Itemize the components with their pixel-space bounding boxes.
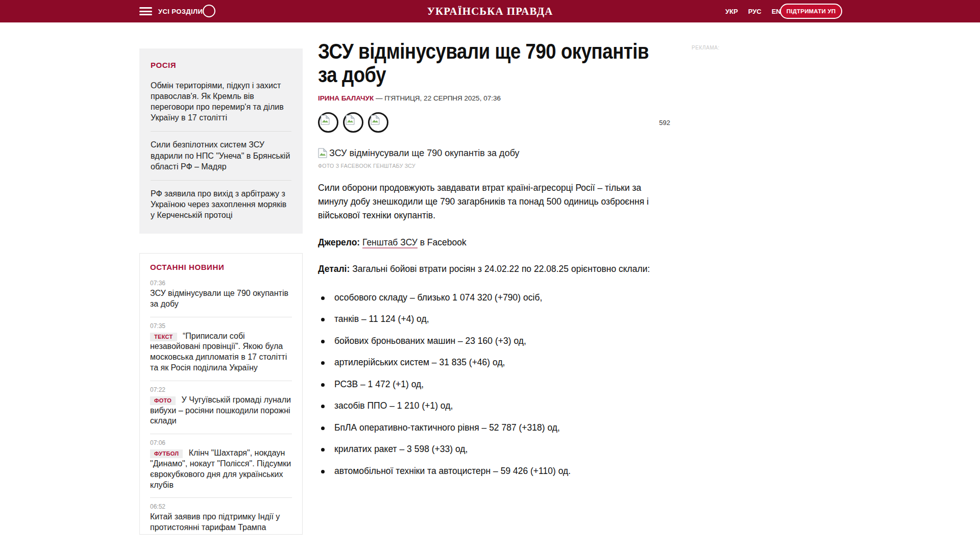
- source-link[interactable]: Генштаб ЗСУ: [362, 237, 418, 248]
- hamburger-menu-icon[interactable]: [139, 7, 152, 16]
- news-timestamp: 06:52: [150, 503, 292, 510]
- topic-section-title[interactable]: РОСІЯ: [151, 61, 291, 69]
- top-header-bar: УСІ РОЗДІЛИ УКРАЇНСЬКА ПРАВДА УКР РУС EN…: [0, 0, 980, 22]
- byline: ІРИНА БАЛАЧУК — П'ЯТНИЦЯ, 22 СЕРПНЯ 2025…: [318, 94, 670, 102]
- broken-image-icon: [346, 115, 355, 125]
- image-alt-text: ЗСУ відмінусували ще 790 окупантів за до…: [329, 148, 520, 159]
- all-sections-button[interactable]: УСІ РОЗДІЛИ: [158, 8, 203, 15]
- news-item[interactable]: 07:36 ЗСУ відмінусували ще 790 окупантів…: [150, 274, 292, 317]
- share-telegram-button[interactable]: [368, 112, 388, 133]
- bullet-dot-icon: [321, 405, 325, 408]
- bullet-dot-icon: [321, 361, 325, 365]
- details-paragraph: Деталі: Загальні бойові втрати росіян з …: [318, 262, 670, 276]
- loss-item: артилерійських систем – 31 835 (+46) од,: [318, 357, 670, 368]
- loss-item: крилатих ракет – 3 598 (+33) од,: [318, 444, 670, 455]
- news-timestamp: 07:35: [150, 322, 292, 330]
- bullet-dot-icon: [321, 296, 325, 300]
- news-timestamp: 07:06: [150, 439, 292, 446]
- language-switcher: УКР РУС ENG: [725, 8, 786, 15]
- share-facebook-button[interactable]: [318, 112, 338, 133]
- latest-news-title[interactable]: ОСТАННІ НОВИНИ: [150, 263, 292, 271]
- news-title: ЗСУ відмінусували ще 790 окупантів за до…: [150, 289, 288, 308]
- news-item[interactable]: 07:22 ФОТО У Чугуївській громаді лунали …: [150, 381, 292, 434]
- search-circle-icon[interactable]: [203, 5, 215, 17]
- bullet-dot-icon: [321, 340, 325, 343]
- news-tag-badge: ФОТО: [150, 396, 176, 405]
- loss-item: танків – 11 124 (+4) од,: [318, 314, 670, 324]
- page: УСІ РОЗДІЛИ УКРАЇНСЬКА ПРАВДА УКР РУС EN…: [0, 0, 980, 551]
- loss-item: засобів ППО – 1 210 (+1) од,: [318, 400, 670, 411]
- topic-item[interactable]: РФ заявила про вихід з арбітражу з Украї…: [151, 180, 291, 229]
- source-suffix: в Facebook: [420, 237, 467, 247]
- news-tag-badge: ФУТБОЛ: [150, 449, 183, 458]
- news-timestamp: 07:22: [150, 386, 292, 393]
- losses-list: особового складу – близько 1 074 320 (+7…: [318, 292, 670, 477]
- view-count: 592: [659, 119, 670, 127]
- author-link[interactable]: ІРИНА БАЛАЧУК: [318, 94, 374, 102]
- source-label: Джерело:: [318, 237, 360, 247]
- share-twitter-button[interactable]: [343, 112, 363, 133]
- news-item[interactable]: 06:52 Китай заявив про підтримку Індії у…: [150, 497, 292, 535]
- topic-item[interactable]: Сили безпілотних систем ЗСУ вдарили по Н…: [151, 131, 291, 180]
- loss-item: РСЗВ – 1 472 (+1) од,: [318, 379, 670, 390]
- loss-item: БпЛА оперативно-тактичного рівня – 52 78…: [318, 422, 670, 433]
- lead-paragraph: Сили оборони продовжують завдавати втрат…: [318, 181, 670, 222]
- news-timestamp: 07:36: [150, 280, 292, 287]
- details-text: Загальні бойові втрати росіян з 24.02.22…: [352, 264, 650, 274]
- lang-ukr-link[interactable]: УКР: [725, 8, 738, 15]
- loss-item: автомобільної техніки та автоцистерн – 5…: [318, 466, 670, 477]
- loss-text: танків – 11 124 (+4) од,: [334, 314, 429, 324]
- bullet-dot-icon: [321, 427, 325, 430]
- lang-rus-link[interactable]: РУС: [748, 8, 762, 15]
- news-item[interactable]: 07:35 ТЕКСТ “Приписали собі незавойовані…: [150, 317, 292, 381]
- loss-text: засобів ППО – 1 210 (+1) од,: [334, 400, 453, 411]
- loss-text: бойових броньованих машин – 23 160 (+3) …: [334, 336, 526, 346]
- source-line: Джерело: Генштаб ЗСУ в Facebook: [318, 237, 670, 248]
- broken-image-icon: [321, 115, 330, 125]
- publish-date: — П'ЯТНИЦЯ, 22 СЕРПНЯ 2025, 07:36: [376, 94, 501, 102]
- loss-item: особового складу – близько 1 074 320 (+7…: [318, 292, 670, 303]
- ad-slot-label: РЕКЛАМА:: [692, 45, 720, 51]
- bullet-dot-icon: [321, 448, 325, 452]
- topic-section-russia: РОСІЯ Обмін територіями, підкуп і захист…: [139, 48, 303, 234]
- bullet-dot-icon: [321, 470, 325, 473]
- details-label: Деталі:: [318, 264, 350, 274]
- broken-image-icon: [371, 115, 380, 125]
- article-image-broken: ЗСУ відмінусували ще 790 окупантів за до…: [318, 148, 670, 159]
- bullet-dot-icon: [321, 383, 325, 387]
- topic-item[interactable]: Обмін територіями, підкуп і захист право…: [151, 72, 291, 131]
- loss-item: бойових броньованих машин – 23 160 (+3) …: [318, 336, 670, 346]
- loss-text: крилатих ракет – 3 598 (+33) од,: [334, 444, 468, 455]
- image-caption: ФОТО З FACEBOOK ГЕНШТАБУ ЗСУ: [318, 163, 670, 169]
- broken-image-icon: [318, 148, 327, 158]
- article-title: ЗСУ відмінусували ще 790 окупантів за до…: [318, 40, 670, 86]
- support-up-button[interactable]: ПІДТРИМАТИ УП: [780, 4, 842, 19]
- share-row: 592: [318, 112, 670, 133]
- latest-news-section: ОСТАННІ НОВИНИ 07:36 ЗСУ відмінусували щ…: [139, 253, 303, 535]
- news-title: Китай заявив про підтримку Індії у проти…: [150, 512, 280, 532]
- loss-text: БпЛА оперативно-тактичного рівня – 52 78…: [334, 422, 560, 433]
- loss-text: РСЗВ – 1 472 (+1) од,: [334, 379, 424, 390]
- loss-text: автомобільної техніки та автоцистерн – 5…: [334, 466, 571, 477]
- site-logo[interactable]: УКРАЇНСЬКА ПРАВДА: [427, 5, 553, 18]
- bullet-dot-icon: [321, 318, 325, 321]
- news-item[interactable]: 07:06 ФУТБОЛ Клінч "Шахтаря", нокдаун "Д…: [150, 434, 292, 497]
- article: ЗСУ відмінусували ще 790 окупантів за до…: [318, 40, 670, 487]
- left-sidebar: РОСІЯ Обмін територіями, підкуп і захист…: [139, 48, 303, 535]
- news-tag-badge: ТЕКСТ: [150, 333, 177, 341]
- loss-text: особового складу – близько 1 074 320 (+7…: [334, 292, 542, 303]
- loss-text: артилерійських систем – 31 835 (+46) од,: [334, 357, 505, 368]
